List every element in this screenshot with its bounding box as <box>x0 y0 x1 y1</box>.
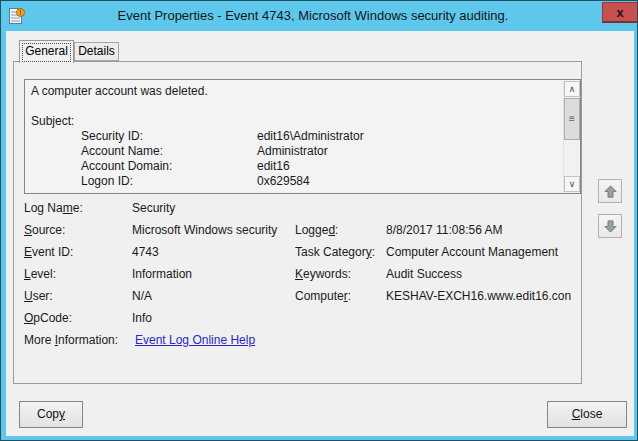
event-log-online-help-link[interactable]: Event Log Online Help <box>135 333 255 347</box>
vertical-scrollbar[interactable]: ∧ ≡ ∨ <box>563 81 579 192</box>
keywords-label: Keywords: <box>295 267 351 281</box>
source-label: Source: <box>24 223 65 237</box>
scroll-down-button[interactable]: ∨ <box>564 176 580 192</box>
opcode-label: OpCode: <box>24 311 72 325</box>
scroll-track[interactable] <box>564 141 580 175</box>
computer-value: KESHAV-EXCH16.www.edit16.con <box>386 289 582 303</box>
log-name-value: Security <box>132 201 175 215</box>
logged-label: Logged: <box>295 223 338 237</box>
description-line: A computer account was deleted. <box>31 84 557 99</box>
field-value: Administrator <box>257 144 328 158</box>
close-icon: x <box>616 5 623 20</box>
level-value: Information <box>132 267 192 281</box>
field-label: Security ID: <box>81 129 257 144</box>
level-label: Level: <box>24 267 56 281</box>
chevron-up-icon: ∧ <box>569 84 576 94</box>
field-label: Logon ID: <box>81 174 257 189</box>
keywords-value: Audit Success <box>386 267 582 281</box>
user-value: N/A <box>132 289 152 303</box>
titlebar[interactable]: Event Properties - Event 4743, Microsoft… <box>1 1 637 31</box>
previous-event-button[interactable] <box>598 179 622 203</box>
subject-row: Logon ID:0x629584 <box>31 174 557 189</box>
scroll-thumb[interactable]: ≡ <box>564 98 580 140</box>
field-value: edit16 <box>257 159 290 173</box>
tab-general[interactable]: General <box>19 40 74 63</box>
log-name-label: Log Name: <box>24 201 83 215</box>
general-tab-page: A computer account was deleted. Subject:… <box>13 61 582 384</box>
subject-row: Account Name:Administrator <box>31 144 557 159</box>
copy-button-label: Copy <box>37 407 65 421</box>
field-value: 0x629584 <box>257 174 310 188</box>
event-id-value: 4743 <box>132 245 159 259</box>
field-label: Account Name: <box>81 144 257 159</box>
subject-row: Account Domain:edit16 <box>31 159 557 174</box>
field-label: Account Domain: <box>81 159 257 174</box>
event-properties-icon <box>8 7 26 25</box>
user-label: User: <box>24 289 53 303</box>
opcode-value: Info <box>132 311 152 325</box>
copy-button[interactable]: Copy <box>19 401 83 428</box>
next-event-button[interactable] <box>598 214 622 238</box>
event-properties-dialog: Event Properties - Event 4743, Microsoft… <box>0 0 638 441</box>
window-title: Event Properties - Event 4743, Microsoft… <box>31 8 595 23</box>
down-arrow-icon <box>603 219 618 234</box>
event-description-box[interactable]: A computer account was deleted. Subject:… <box>24 79 581 194</box>
close-button[interactable]: x <box>602 2 638 23</box>
event-id-label: Event ID: <box>24 245 73 259</box>
chevron-down-icon: ∨ <box>569 179 576 189</box>
up-arrow-icon <box>603 184 618 199</box>
scroll-up-button[interactable]: ∧ <box>564 81 580 97</box>
subject-header: Subject: <box>31 114 557 129</box>
close-button-label: Close <box>572 407 603 421</box>
field-value: edit16\Administrator <box>257 129 364 143</box>
close-button-bottom[interactable]: Close <box>547 401 627 428</box>
more-information-label: More Information: <box>24 333 118 347</box>
task-category-value: Computer Account Management <box>386 245 582 259</box>
tab-focus-rect <box>22 43 71 62</box>
tab-details[interactable]: Details <box>74 42 119 61</box>
source-value: Microsoft Windows security <box>132 223 277 237</box>
scroll-grip-icon: ≡ <box>569 113 575 124</box>
subject-row: Security ID:edit16\Administrator <box>31 129 557 144</box>
logged-value: 8/8/2017 11:08:56 AM <box>386 223 582 237</box>
task-category-label: Task Category: <box>295 245 375 259</box>
event-description-text: A computer account was deleted. Subject:… <box>25 80 563 193</box>
computer-label: Computer: <box>295 289 351 303</box>
tab-details-label: Details <box>78 44 115 58</box>
